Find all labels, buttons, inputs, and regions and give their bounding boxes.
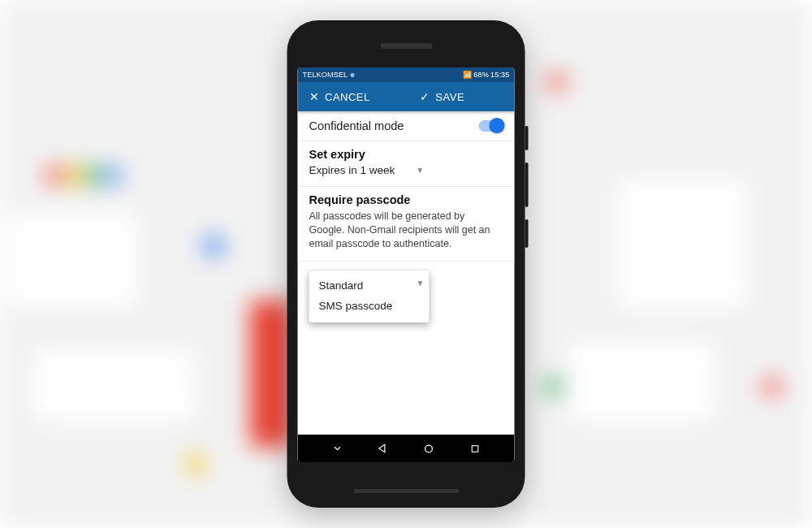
status-bar: TELKOMSEL 📶 68% 15:35 xyxy=(298,67,515,82)
require-passcode-section: Require passcode All passcodes will be g… xyxy=(298,187,515,262)
cancel-label: CANCEL xyxy=(325,91,370,103)
content-area: Confidential mode Set expiry Expires in … xyxy=(298,111,515,435)
chevron-down-icon: ▼ xyxy=(416,166,424,175)
clock-label: 15:35 xyxy=(490,71,510,79)
notification-dot-icon xyxy=(350,73,354,77)
signal-icon: 📶 xyxy=(463,71,472,79)
close-icon: ✕ xyxy=(309,91,320,102)
confidential-mode-label: Confidential mode xyxy=(309,119,404,132)
set-expiry-section: Set expiry Expires in 1 week ▼ xyxy=(298,141,515,187)
expiry-selected-value: Expires in 1 week xyxy=(309,164,395,176)
app-bar: ✕ CANCEL ✓ SAVE xyxy=(298,82,515,111)
require-passcode-heading: Require passcode xyxy=(309,193,503,206)
carrier-label: TELKOMSEL xyxy=(303,71,348,79)
phone-frame: TELKOMSEL 📶 68% 15:35 ✕ CANCEL ✓ SAVE xyxy=(287,20,525,508)
require-passcode-description: All passcodes will be generated by Googl… xyxy=(309,210,503,251)
save-button[interactable]: ✓ SAVE xyxy=(413,82,515,111)
passcode-option-sms[interactable]: SMS passcode xyxy=(309,296,412,316)
cancel-button[interactable]: ✕ CANCEL xyxy=(298,82,413,111)
passcode-option-standard[interactable]: Standard xyxy=(309,275,412,296)
svg-point-1 xyxy=(425,445,433,452)
android-nav-bar xyxy=(298,435,515,462)
expiry-dropdown[interactable]: Expires in 1 week ▼ xyxy=(309,164,503,176)
confidential-mode-row: Confidential mode xyxy=(298,111,515,141)
passcode-dropdown-popup: Standard SMS passcode ▼ xyxy=(309,270,430,322)
nav-back-icon[interactable] xyxy=(377,442,390,455)
svg-rect-2 xyxy=(472,445,478,452)
save-label: SAVE xyxy=(435,91,464,103)
check-icon: ✓ xyxy=(420,91,430,102)
phone-screen: TELKOMSEL 📶 68% 15:35 ✕ CANCEL ✓ SAVE xyxy=(298,67,515,462)
nav-home-icon[interactable] xyxy=(422,442,435,455)
nav-chevron-down-icon[interactable] xyxy=(330,442,343,455)
confidential-mode-toggle[interactable] xyxy=(479,120,503,132)
battery-label: 68% xyxy=(473,71,489,79)
nav-recent-icon[interactable] xyxy=(469,442,482,455)
svg-marker-0 xyxy=(379,444,385,452)
chevron-down-icon: ▼ xyxy=(412,270,430,322)
set-expiry-heading: Set expiry xyxy=(309,148,503,161)
